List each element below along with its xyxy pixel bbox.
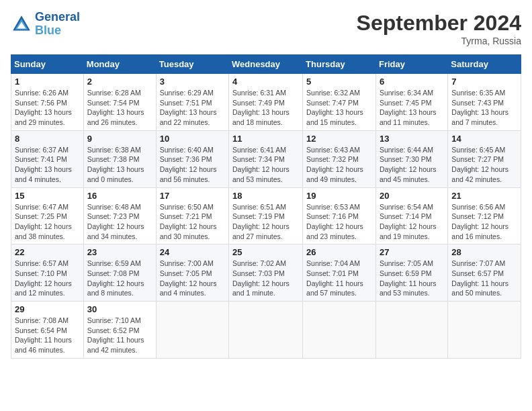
day-number: 12 — [306, 134, 372, 144]
day-number: 28 — [451, 247, 517, 257]
day-info: Sunrise: 6:51 AM Sunset: 7:19 PM Dayligh… — [232, 202, 299, 242]
calendar-cell: 11Sunrise: 6:41 AM Sunset: 7:34 PM Dayli… — [229, 130, 303, 187]
day-number: 2 — [87, 77, 152, 87]
weekday-header-saturday: Saturday — [448, 55, 521, 74]
day-info: Sunrise: 6:37 AM Sunset: 7:41 PM Dayligh… — [15, 145, 80, 185]
calendar-cell: 26Sunrise: 7:04 AM Sunset: 7:01 PM Dayli… — [303, 244, 376, 302]
day-number: 15 — [15, 191, 80, 201]
calendar-cell: 22Sunrise: 6:57 AM Sunset: 7:10 PM Dayli… — [11, 244, 84, 302]
day-info: Sunrise: 6:32 AM Sunset: 7:47 PM Dayligh… — [306, 88, 372, 128]
calendar-cell: 30Sunrise: 7:10 AM Sunset: 6:52 PM Dayli… — [83, 302, 156, 359]
calendar-cell: 10Sunrise: 6:40 AM Sunset: 7:36 PM Dayli… — [156, 130, 228, 187]
calendar-cell: 3Sunrise: 6:29 AM Sunset: 7:51 PM Daylig… — [156, 74, 228, 131]
day-number: 4 — [232, 77, 299, 87]
day-number: 13 — [380, 134, 444, 144]
day-number: 18 — [232, 191, 299, 201]
calendar-cell: 6Sunrise: 6:34 AM Sunset: 7:45 PM Daylig… — [375, 74, 447, 131]
day-info: Sunrise: 6:59 AM Sunset: 7:08 PM Dayligh… — [87, 259, 152, 298]
calendar-cell — [229, 302, 303, 359]
day-info: Sunrise: 6:57 AM Sunset: 7:10 PM Dayligh… — [15, 259, 80, 298]
calendar-cell — [375, 302, 447, 359]
calendar-cell: 16Sunrise: 6:48 AM Sunset: 7:23 PM Dayli… — [83, 187, 156, 244]
calendar-cell: 24Sunrise: 7:00 AM Sunset: 7:05 PM Dayli… — [156, 244, 228, 302]
day-info: Sunrise: 7:05 AM Sunset: 6:59 PM Dayligh… — [380, 259, 444, 298]
day-number: 6 — [380, 77, 444, 87]
calendar-cell — [448, 302, 521, 359]
calendar-cell: 8Sunrise: 6:37 AM Sunset: 7:41 PM Daylig… — [11, 130, 84, 187]
location: Tyrma, Russia — [357, 36, 521, 46]
day-info: Sunrise: 7:10 AM Sunset: 6:52 PM Dayligh… — [87, 316, 152, 355]
day-number: 29 — [15, 304, 80, 314]
day-number: 10 — [160, 134, 225, 144]
day-number: 9 — [87, 134, 152, 144]
calendar-cell: 12Sunrise: 6:43 AM Sunset: 7:32 PM Dayli… — [303, 130, 376, 187]
day-number: 26 — [306, 247, 372, 257]
day-info: Sunrise: 6:56 AM Sunset: 7:12 PM Dayligh… — [451, 202, 517, 242]
calendar-table: SundayMondayTuesdayWednesdayThursdayFrid… — [11, 54, 521, 359]
calendar-cell: 7Sunrise: 6:35 AM Sunset: 7:43 PM Daylig… — [448, 74, 521, 131]
calendar-cell: 15Sunrise: 6:47 AM Sunset: 7:25 PM Dayli… — [11, 187, 84, 244]
calendar-cell: 29Sunrise: 7:08 AM Sunset: 6:54 PM Dayli… — [11, 302, 84, 359]
day-info: Sunrise: 7:02 AM Sunset: 7:03 PM Dayligh… — [232, 259, 299, 298]
day-number: 25 — [232, 247, 299, 257]
day-info: Sunrise: 6:34 AM Sunset: 7:45 PM Dayligh… — [380, 88, 444, 128]
day-info: Sunrise: 6:35 AM Sunset: 7:43 PM Dayligh… — [451, 88, 517, 128]
weekday-header-tuesday: Tuesday — [156, 55, 228, 74]
day-info: Sunrise: 6:38 AM Sunset: 7:38 PM Dayligh… — [87, 145, 152, 185]
calendar-cell: 4Sunrise: 6:31 AM Sunset: 7:49 PM Daylig… — [229, 74, 303, 131]
calendar-cell: 25Sunrise: 7:02 AM Sunset: 7:03 PM Dayli… — [229, 244, 303, 302]
calendar-cell: 2Sunrise: 6:28 AM Sunset: 7:54 PM Daylig… — [83, 74, 156, 131]
weekday-header-thursday: Thursday — [303, 55, 376, 74]
day-info: Sunrise: 6:45 AM Sunset: 7:27 PM Dayligh… — [451, 145, 517, 185]
day-number: 14 — [451, 134, 517, 144]
page-header: GeneralBlue September 2024 Tyrma, Russia — [11, 11, 521, 46]
calendar-cell: 13Sunrise: 6:44 AM Sunset: 7:30 PM Dayli… — [375, 130, 447, 187]
weekday-header-friday: Friday — [375, 55, 447, 74]
day-number: 20 — [380, 191, 444, 201]
calendar-cell: 1Sunrise: 6:26 AM Sunset: 7:56 PM Daylig… — [11, 74, 84, 131]
day-info: Sunrise: 6:31 AM Sunset: 7:49 PM Dayligh… — [232, 88, 299, 128]
day-info: Sunrise: 6:41 AM Sunset: 7:34 PM Dayligh… — [232, 145, 299, 185]
day-info: Sunrise: 7:00 AM Sunset: 7:05 PM Dayligh… — [160, 259, 225, 298]
day-number: 17 — [160, 191, 225, 201]
calendar-cell: 23Sunrise: 6:59 AM Sunset: 7:08 PM Dayli… — [83, 244, 156, 302]
calendar-cell: 20Sunrise: 6:54 AM Sunset: 7:14 PM Dayli… — [375, 187, 447, 244]
day-number: 22 — [15, 247, 80, 257]
day-number: 30 — [87, 304, 152, 314]
day-info: Sunrise: 7:08 AM Sunset: 6:54 PM Dayligh… — [15, 316, 80, 355]
day-number: 24 — [160, 247, 225, 257]
day-info: Sunrise: 6:48 AM Sunset: 7:23 PM Dayligh… — [87, 202, 152, 242]
logo-text: GeneralBlue — [35, 11, 80, 38]
logo-icon — [11, 13, 32, 35]
title-block: September 2024 Tyrma, Russia — [357, 11, 521, 46]
weekday-header-monday: Monday — [83, 55, 156, 74]
calendar-cell — [156, 302, 228, 359]
day-info: Sunrise: 6:44 AM Sunset: 7:30 PM Dayligh… — [380, 145, 444, 185]
day-number: 27 — [380, 247, 444, 257]
logo: GeneralBlue — [11, 11, 80, 38]
day-number: 5 — [306, 77, 372, 87]
calendar-cell: 18Sunrise: 6:51 AM Sunset: 7:19 PM Dayli… — [229, 187, 303, 244]
day-info: Sunrise: 6:54 AM Sunset: 7:14 PM Dayligh… — [380, 202, 444, 242]
day-number: 23 — [87, 247, 152, 257]
day-info: Sunrise: 6:26 AM Sunset: 7:56 PM Dayligh… — [15, 88, 80, 128]
day-info: Sunrise: 6:40 AM Sunset: 7:36 PM Dayligh… — [160, 145, 225, 185]
calendar-cell — [303, 302, 376, 359]
day-number: 21 — [451, 191, 517, 201]
day-number: 7 — [451, 77, 517, 87]
day-number: 3 — [160, 77, 225, 87]
calendar-cell: 21Sunrise: 6:56 AM Sunset: 7:12 PM Dayli… — [448, 187, 521, 244]
day-info: Sunrise: 7:07 AM Sunset: 6:57 PM Dayligh… — [451, 259, 517, 298]
day-info: Sunrise: 6:53 AM Sunset: 7:16 PM Dayligh… — [306, 202, 372, 242]
day-number: 16 — [87, 191, 152, 201]
calendar-cell: 14Sunrise: 6:45 AM Sunset: 7:27 PM Dayli… — [448, 130, 521, 187]
day-number: 1 — [15, 77, 80, 87]
day-info: Sunrise: 6:29 AM Sunset: 7:51 PM Dayligh… — [160, 88, 225, 128]
day-info: Sunrise: 6:28 AM Sunset: 7:54 PM Dayligh… — [87, 88, 152, 128]
day-number: 11 — [232, 134, 299, 144]
day-info: Sunrise: 6:50 AM Sunset: 7:21 PM Dayligh… — [160, 202, 225, 242]
calendar-cell: 5Sunrise: 6:32 AM Sunset: 7:47 PM Daylig… — [303, 74, 376, 131]
weekday-header-sunday: Sunday — [11, 55, 84, 74]
day-info: Sunrise: 7:04 AM Sunset: 7:01 PM Dayligh… — [306, 259, 372, 298]
calendar-cell: 17Sunrise: 6:50 AM Sunset: 7:21 PM Dayli… — [156, 187, 228, 244]
